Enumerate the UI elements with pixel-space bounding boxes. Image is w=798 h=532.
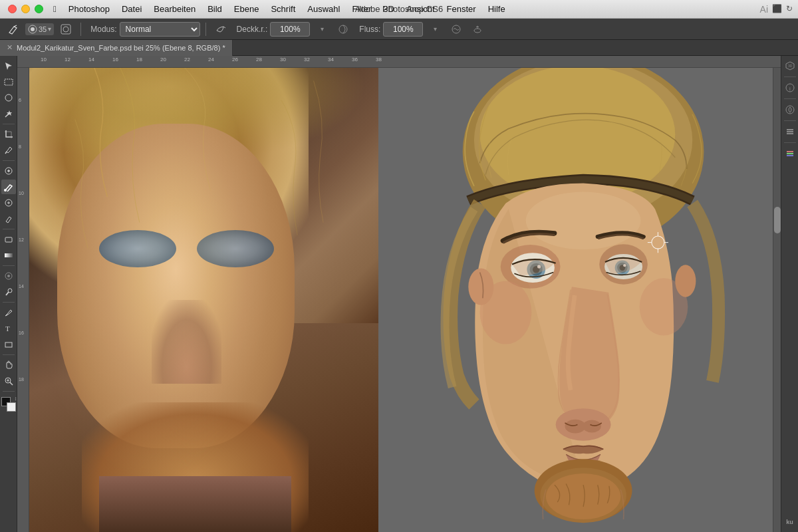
tool-clone[interactable]: [1, 196, 16, 210]
apple-menu[interactable]: : [49, 3, 61, 15]
brush-preset-icon[interactable]: [57, 21, 75, 38]
ruler-tick-28: 28: [256, 57, 280, 63]
3d-panel-button[interactable]: 3D: [783, 59, 797, 73]
swap-colors-icon[interactable]: ↕: [15, 396, 17, 402]
svg-point-4: [63, 27, 68, 32]
left-tool-panel: T ↕: [0, 56, 17, 532]
brush-tool-icon[interactable]: [4, 21, 23, 38]
svg-rect-68: [787, 129, 793, 130]
sync-icon[interactable]: ↻: [786, 4, 793, 15]
canvas-viewport[interactable]: Skat: [29, 68, 773, 532]
svg-point-16: [4, 189, 7, 192]
tool-spot-heal[interactable]: [1, 164, 16, 178]
brush-size-display[interactable]: 35 ▾: [25, 23, 54, 35]
svg-rect-70: [787, 133, 793, 134]
rp-sep-2: [784, 98, 796, 99]
tab-close-icon[interactable]: ✕: [7, 43, 13, 52]
menu-auswahl[interactable]: Auswahl: [303, 3, 344, 15]
enable-airbrush-button[interactable]: [211, 21, 230, 38]
tool-lasso[interactable]: [1, 90, 16, 105]
tool-pen[interactable]: [1, 305, 16, 320]
main-area: T ↕ 10 12 14: [0, 56, 798, 532]
window-title: Adobe Photoshop CS6: [355, 4, 443, 14]
menu-bild[interactable]: Bild: [203, 3, 227, 15]
tool-history-brush[interactable]: [1, 211, 16, 226]
menu-schrift[interactable]: Schrift: [266, 3, 300, 15]
fluss-value[interactable]: [383, 22, 423, 37]
svg-line-28: [10, 382, 13, 385]
ruler-tick-12: 12: [65, 57, 88, 63]
svg-point-8: [474, 29, 481, 33]
tool-eraser[interactable]: [1, 232, 16, 247]
tool-dodge[interactable]: [1, 285, 16, 299]
tool-shape[interactable]: [1, 337, 16, 352]
tool-blur[interactable]: [1, 269, 16, 283]
tool-magic-wand[interactable]: [1, 106, 16, 121]
canvas-row: 6 8 10 12 14 16 18: [17, 68, 781, 532]
tool-eyedropper[interactable]: [1, 143, 16, 158]
ruler-v-14: 14: [19, 284, 24, 289]
rp-sep-3: [784, 120, 796, 121]
pressure-flow-icon[interactable]: [447, 21, 466, 38]
scroll-thumb[interactable]: [774, 207, 781, 233]
deckr-value[interactable]: [270, 22, 310, 37]
ruler-h-labels: 10 12 14 16 18 20 22 24 26 28 30 32 34 3…: [41, 57, 400, 63]
titlebar:  Photoshop Datei Bearbeiten Bild Ebene …: [0, 0, 798, 19]
ruler-tick-14: 14: [88, 57, 112, 63]
adjustments-panel-button[interactable]: [783, 102, 797, 117]
airbrush-toggle[interactable]: [468, 21, 487, 38]
adobe-icon: Ai: [760, 4, 768, 15]
sep-1: [80, 23, 81, 36]
info-panel-button[interactable]: i: [783, 80, 797, 95]
tool-brush[interactable]: [1, 180, 16, 194]
layers-panel-button[interactable]: [783, 124, 797, 139]
vertical-scrollbar[interactable]: [773, 68, 781, 532]
tool-marquee[interactable]: [1, 74, 16, 89]
background-color[interactable]: [7, 402, 16, 412]
svg-point-49: [565, 420, 585, 434]
close-button[interactable]: [8, 5, 17, 13]
svg-rect-3: [61, 25, 70, 34]
ruler-v-10: 10: [19, 191, 24, 196]
fluss-toggle[interactable]: ▾: [426, 21, 444, 38]
canvas-area: 10 12 14 16 18 20 22 24 26 28 30 32 34 3…: [17, 56, 781, 532]
tool-gradient[interactable]: [1, 248, 16, 263]
tool-arrow[interactable]: [1, 59, 16, 73]
svg-point-6: [339, 25, 347, 33]
menu-hilfe[interactable]: Hilfe: [483, 3, 510, 15]
menu-fenster[interactable]: Fenster: [442, 3, 481, 15]
svg-rect-12: [5, 79, 13, 85]
tool-type[interactable]: T: [1, 321, 16, 336]
tool-crop[interactable]: [1, 127, 16, 142]
minimize-button[interactable]: [21, 5, 30, 13]
tool-zoom[interactable]: [1, 374, 16, 388]
tool-hand[interactable]: [1, 358, 16, 372]
tab-label: Modul2_Karikatur_Sven_Farbe.psd bei 25% …: [17, 44, 225, 52]
svg-line-0: [14, 25, 17, 27]
menu-bearbeiten[interactable]: Bearbeiten: [149, 3, 200, 15]
screen-icon[interactable]: ⬛: [772, 4, 782, 15]
svg-point-50: [583, 420, 601, 433]
ruler-v-12: 12: [19, 237, 24, 242]
caricature-panel: Skat: [394, 68, 773, 532]
pressure-opacity-icon[interactable]: [334, 21, 352, 38]
deckr-toggle[interactable]: ▾: [313, 21, 331, 38]
maximize-button[interactable]: [35, 5, 43, 13]
ku-badge[interactable]: ku: [783, 515, 797, 529]
document-tab[interactable]: ✕ Modul2_Karikatur_Sven_Farbe.psd bei 25…: [0, 40, 233, 56]
modus-select[interactable]: Normal Multiplizieren Negativ multipliz.…: [120, 22, 200, 37]
color-swatches[interactable]: ↕: [1, 397, 16, 412]
traffic-lights: [0, 5, 43, 13]
svg-point-2: [31, 27, 35, 31]
ruler-tick-24: 24: [208, 57, 232, 63]
menu-datei[interactable]: Datei: [117, 3, 146, 15]
svg-rect-18: [5, 237, 12, 242]
svg-text:T: T: [5, 325, 10, 332]
svg-line-5: [223, 27, 225, 28]
tool-sep-6: [3, 354, 15, 355]
tool-sep-5: [3, 302, 15, 303]
channels-panel-button[interactable]: [783, 146, 797, 161]
fluss-label: Fluss:: [359, 25, 380, 34]
menu-photoshop[interactable]: Photoshop: [64, 3, 114, 15]
menu-ebene[interactable]: Ebene: [229, 3, 264, 15]
